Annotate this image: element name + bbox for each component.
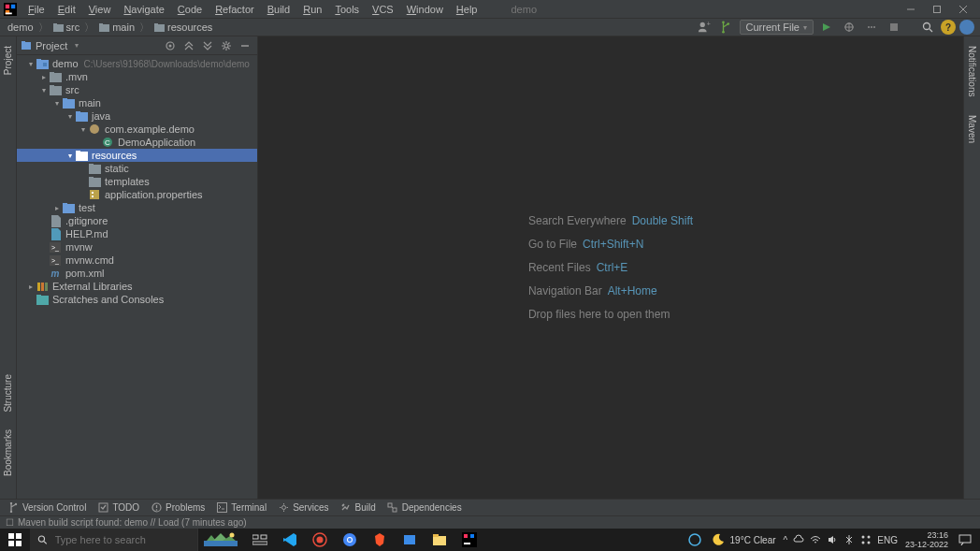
tree-node[interactable]: mpom.xml [17,267,257,280]
debug-button[interactable] [840,19,858,36]
taskbar-weather-widget[interactable] [198,529,243,551]
tree-node[interactable]: application.properties [17,188,257,201]
menu-help[interactable]: Help [451,2,483,17]
left-gutter-structure[interactable]: Structure [1,370,15,416]
breadcrumb-item[interactable]: demo [6,22,36,33]
tree-node[interactable]: CDemoApplication [17,136,257,149]
run-button[interactable] [817,19,836,36]
bottom-tool-problems[interactable]: Problems [151,502,205,514]
tree-node[interactable]: ▸External Libraries [17,280,257,293]
chevron-down-icon[interactable]: ▾ [65,152,75,160]
editor-area[interactable]: Search EverywhereDouble ShiftGo to FileC… [258,36,963,499]
tree-node[interactable]: HELP.md [17,227,257,240]
menu-run[interactable]: Run [297,2,327,17]
bottom-tool-todo[interactable]: TODO [97,502,139,514]
menu-file[interactable]: File [22,2,50,17]
taskbar-weather[interactable]: 19°C Clear [712,533,776,546]
taskbar-search[interactable] [30,529,198,551]
tree-node[interactable]: .gitignore [17,214,257,227]
wifi-icon[interactable] [810,534,821,545]
tree-node[interactable]: >_mvnw [17,240,257,254]
tree-node[interactable]: >_mvnw.cmd [17,254,257,267]
git-branch-icon[interactable] [717,19,736,36]
vscode-icon[interactable] [275,529,305,551]
chevron-right-icon[interactable]: ▸ [26,283,36,291]
close-button[interactable] [950,0,976,18]
bottom-tool-terminal[interactable]: Terminal [216,502,267,514]
intellij-icon[interactable] [454,529,484,551]
right-gutter-maven[interactable]: Maven [965,111,979,147]
menu-tools[interactable]: Tools [329,2,365,17]
chevron-up-icon[interactable]: ^ [784,535,788,545]
maximize-button[interactable] [924,0,950,18]
menu-refactor[interactable]: Refactor [209,2,260,17]
tree-node[interactable]: templates [17,175,257,188]
task-view-icon[interactable] [245,529,275,551]
cloud-icon[interactable] [793,534,804,545]
add-user-icon[interactable]: + [695,19,713,36]
chevron-down-icon[interactable]: ▾ [79,125,88,134]
chevron-down-icon[interactable]: ▾ [65,112,75,121]
right-gutter-notifications[interactable]: Notifications [965,42,979,100]
bottom-tool-services[interactable]: Services [278,502,328,514]
bottom-tool-version-control[interactable]: Version Control [7,502,86,514]
project-tree[interactable]: ▾demoC:\Users\91968\Downloads\demo\demo▸… [17,55,257,499]
select-opened-file-icon[interactable] [162,37,179,54]
menu-code[interactable]: Code [172,2,208,17]
battery-icon[interactable] [843,534,855,545]
minimize-button[interactable] [898,0,924,18]
language-indicator[interactable]: ENG [877,535,898,545]
taskbar-clock[interactable]: 23:16 23-12-2022 [905,530,948,549]
help-badge-icon[interactable]: ? [941,20,956,35]
gear-icon[interactable] [218,37,235,54]
tree-node[interactable]: static [17,162,257,175]
start-button[interactable] [0,529,30,551]
breadcrumb-item[interactable]: resources [152,22,214,33]
chevron-right-icon[interactable]: ▸ [39,73,49,81]
expand-all-icon[interactable] [180,37,197,54]
stop-button[interactable] [885,19,903,36]
chevron-down-icon[interactable]: ▾ [39,86,49,94]
tree-node[interactable]: ▾src [17,83,257,96]
hide-panel-icon[interactable] [237,37,253,54]
search-icon[interactable] [918,19,937,36]
tree-node[interactable]: ▾demoC:\Users\91968\Downloads\demo\demo [17,57,257,70]
run-config-dropdown[interactable]: Current File ▾ [740,20,814,35]
breadcrumb-item[interactable]: src [51,22,82,33]
menu-build[interactable]: Build [262,2,295,17]
menu-window[interactable]: Window [401,2,449,17]
project-view-selector[interactable]: Project ▾ [21,40,79,51]
brave-icon[interactable] [365,529,395,551]
taskbar-search-input[interactable] [55,534,190,545]
tree-node[interactable]: ▸test [17,201,257,214]
breadcrumb-item[interactable]: main [97,22,137,33]
tree-node[interactable]: ▸.mvn [17,70,257,83]
file-explorer-icon[interactable] [425,529,454,551]
tree-node[interactable]: ▾java [17,109,257,123]
tree-node[interactable]: Scratches and Consoles [17,293,257,306]
menu-navigate[interactable]: Navigate [118,2,169,17]
tree-node[interactable]: ▾com.example.demo [17,123,257,136]
cortana-icon[interactable] [685,529,704,551]
more-run-button[interactable] [862,19,881,36]
menu-view[interactable]: View [83,2,117,17]
bottom-tool-dependencies[interactable]: Dependencies [387,502,462,514]
chevron-right-icon[interactable]: ▸ [52,204,62,212]
left-gutter-bookmarks[interactable]: Bookmarks [1,426,15,480]
chevron-down-icon[interactable]: ▾ [26,60,36,68]
chrome-icon[interactable] [335,529,365,551]
tree-node[interactable]: ▾main [17,96,257,109]
bottom-tool-build[interactable]: Build [340,502,376,514]
tree-node[interactable]: ▾resources [17,149,257,162]
volume-icon[interactable] [827,534,838,545]
collapse-all-icon[interactable] [199,37,216,54]
menu-vcs[interactable]: VCS [367,2,399,17]
system-tray[interactable]: ^ ENG [784,534,898,545]
action-center-icon[interactable] [956,529,974,551]
user-avatar[interactable] [959,20,974,35]
record-icon[interactable] [305,529,335,551]
menu-edit[interactable]: Edit [52,2,81,17]
chevron-down-icon[interactable]: ▾ [52,99,62,108]
network-icon[interactable] [860,534,872,545]
left-gutter-project[interactable]: Project [1,42,15,79]
